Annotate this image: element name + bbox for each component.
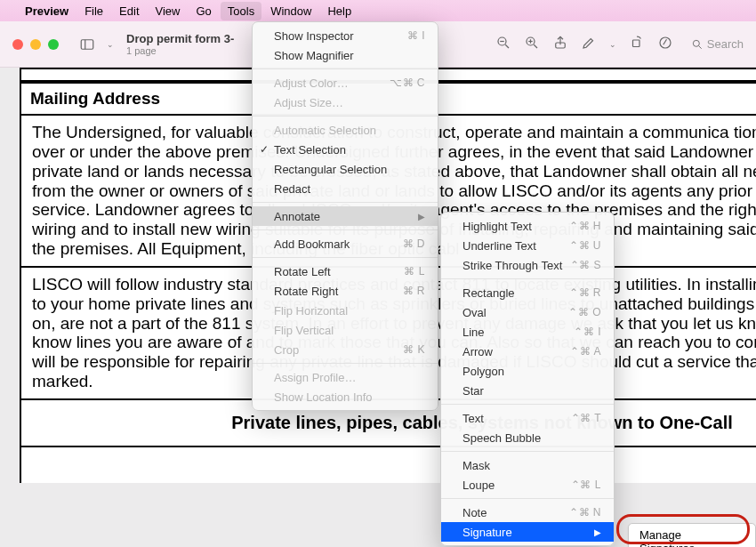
- menu-edit[interactable]: Edit: [119, 4, 139, 18]
- system-menubar: Preview File Edit View Go Tools Window H…: [0, 0, 756, 21]
- annotate-item-rectangle[interactable]: Rectangle⌃⌘ R: [441, 283, 614, 302]
- menu-help[interactable]: Help: [327, 4, 351, 18]
- sidebar-toggle-icon[interactable]: [76, 35, 98, 54]
- annotate-item-strike-through-text[interactable]: Strike Through Text⌃⌘ S: [441, 255, 614, 275]
- menu-window[interactable]: Window: [270, 4, 311, 18]
- annotate-item-loupe[interactable]: Loupe⌃⌘ L: [441, 475, 614, 495]
- tools-item-redact[interactable]: Redact: [253, 179, 438, 198]
- svg-line-3: [505, 44, 509, 48]
- menu-tools[interactable]: Tools: [221, 2, 261, 20]
- tools-item-flip-horizontal: Flip Horizontal: [253, 301, 438, 320]
- highlight-icon[interactable]: [581, 35, 597, 54]
- rotate-icon[interactable]: [629, 35, 645, 54]
- tools-item-adjust-color-: Adjust Color…⌥⌘ C: [253, 73, 438, 93]
- tools-item-adjust-size-: Adjust Size…: [253, 93, 438, 112]
- svg-rect-10: [632, 40, 639, 47]
- annotate-item-text[interactable]: Text⌃⌘ T: [441, 408, 614, 428]
- menu-go[interactable]: Go: [196, 4, 211, 18]
- traffic-lights[interactable]: [12, 39, 59, 50]
- markup-icon[interactable]: [657, 35, 673, 54]
- annotate-item-underline-text[interactable]: Underline Text⌃⌘ U: [441, 236, 614, 255]
- annotate-item-speech-bubble[interactable]: Speech Bubble: [441, 428, 614, 447]
- document-title: Drop permit form 3-: [126, 32, 234, 45]
- annotate-submenu: Highlight Text⌃⌘ HUnderline Text⌃⌘ UStri…: [440, 212, 615, 546]
- annotate-item-star[interactable]: Star: [441, 381, 614, 400]
- tools-item-add-bookmark[interactable]: Add Bookmark⌘ D: [253, 234, 438, 253]
- tools-item-show-location-info: Show Location Info: [253, 387, 438, 406]
- tools-item-rotate-left[interactable]: Rotate Left⌘ L: [253, 261, 438, 281]
- annotate-item-mask[interactable]: Mask: [441, 455, 614, 475]
- annotate-item-oval[interactable]: Oval⌃⌘ O: [441, 302, 614, 322]
- window-title-block: Drop permit form 3- 1 page: [126, 32, 234, 56]
- manage-signatures-button[interactable]: Manage Signatures…: [628, 523, 756, 547]
- svg-point-11: [660, 37, 671, 48]
- share-icon[interactable]: [552, 35, 568, 54]
- tools-item-rotate-right[interactable]: Rotate Right⌘ R: [253, 281, 438, 301]
- annotate-item-arrow[interactable]: Arrow⌃⌘ A: [441, 342, 614, 361]
- tools-item-crop: Crop⌘ K: [253, 340, 438, 359]
- svg-rect-0: [81, 39, 93, 49]
- search-field[interactable]: Search: [691, 37, 744, 51]
- sidebar-dropdown-icon[interactable]: ⌄: [107, 40, 114, 49]
- tools-dropdown-menu: Show Inspector⌘ IShow MagnifierAdjust Co…: [252, 21, 438, 411]
- tools-item-show-inspector[interactable]: Show Inspector⌘ I: [253, 26, 438, 45]
- annotate-item-highlight-text[interactable]: Highlight Text⌃⌘ H: [441, 216, 614, 236]
- highlight-dropdown-icon[interactable]: ⌄: [609, 40, 616, 49]
- search-placeholder: Search: [707, 37, 744, 51]
- svg-point-12: [693, 40, 699, 46]
- svg-line-6: [534, 44, 537, 48]
- tools-item-text-selection[interactable]: ✓Text Selection: [253, 140, 438, 159]
- menu-view[interactable]: View: [156, 4, 181, 18]
- annotate-item-note[interactable]: Note⌃⌘ N: [441, 503, 614, 522]
- tools-item-show-magnifier[interactable]: Show Magnifier: [253, 45, 438, 65]
- tools-item-assign-profile-: Assign Profile…: [253, 367, 438, 387]
- form-blank-row: [20, 447, 756, 483]
- tools-item-flip-vertical: Flip Vertical: [253, 320, 438, 340]
- menu-file[interactable]: File: [84, 4, 103, 18]
- annotate-item-polygon[interactable]: Polygon: [441, 361, 614, 381]
- document-subtitle: 1 page: [126, 45, 234, 56]
- tools-item-automatic-selection: Automatic Selection: [253, 120, 438, 140]
- app-menu[interactable]: Preview: [25, 4, 68, 18]
- annotate-item-line[interactable]: Line⌃⌘ I: [441, 322, 614, 342]
- svg-line-13: [699, 45, 702, 48]
- zoom-in-icon[interactable]: [524, 35, 540, 54]
- tools-item-rectangular-selection[interactable]: Rectangular Selection: [253, 159, 438, 179]
- annotate-item-signature[interactable]: Signature▶: [441, 522, 614, 542]
- zoom-out-icon[interactable]: [495, 35, 511, 54]
- tools-item-annotate[interactable]: Annotate▶: [253, 206, 438, 226]
